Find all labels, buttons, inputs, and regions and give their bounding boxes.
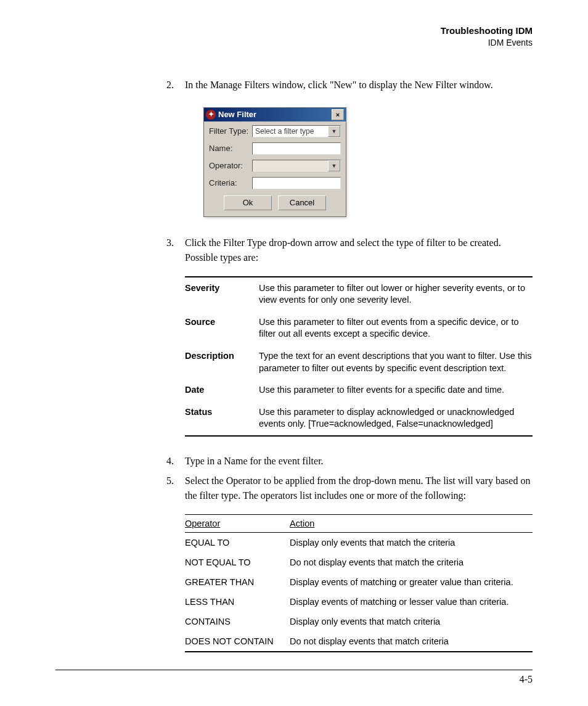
param-desc: Use this parameter to display acknowledg…	[259, 406, 533, 430]
operator-name: GREATER THAN	[185, 577, 290, 587]
filter-types-table: Severity Use this parameter to filter ou…	[185, 276, 533, 437]
param-name: Description	[185, 350, 259, 374]
header-title: Troubleshooting IDM	[55, 25, 533, 37]
criteria-label: Criteria:	[209, 178, 252, 187]
col-action: Action	[290, 519, 314, 528]
operator-row: Operator: ▼	[209, 160, 341, 172]
param-name: Source	[185, 316, 259, 340]
filter-type-select[interactable]: Select a filter type ▼	[252, 125, 341, 138]
step-text: Click the Filter Type drop-down arrow an…	[185, 236, 533, 265]
page-number: 4-5	[520, 674, 533, 684]
page-footer: 4-5	[55, 670, 533, 685]
table-row: Source Use this parameter to filter out …	[185, 311, 533, 345]
page: Troubleshooting IDM IDM Events 2. In the…	[0, 0, 588, 706]
name-row: Name:	[209, 142, 341, 155]
step-number: 2.	[166, 78, 185, 92]
dialog-titlebar: ✦ New Filter ×	[204, 108, 346, 121]
step-2: 2. In the Manage Filters window, click "…	[166, 78, 533, 92]
step-number: 3.	[166, 236, 185, 265]
table-row: NOT EQUAL TO Do not display events that …	[185, 552, 533, 572]
operators-table: Operator Action EQUAL TO Display only ev…	[185, 514, 533, 652]
header-subtitle: IDM Events	[55, 37, 533, 48]
step-text: Type in a Name for the event filter.	[185, 454, 533, 469]
step-number: 5.	[166, 474, 185, 503]
page-header: Troubleshooting IDM IDM Events	[55, 25, 533, 48]
name-label: Name:	[209, 144, 252, 153]
step-text: Select the Operator to be applied from t…	[185, 474, 533, 503]
param-name: Status	[185, 406, 259, 430]
table-header: Operator Action	[185, 515, 533, 533]
operator-name: NOT EQUAL TO	[185, 557, 290, 567]
filter-type-value: Select a filter type	[255, 127, 314, 136]
col-operator: Operator	[185, 519, 220, 528]
table-row: DOES NOT CONTAIN Do not display events t…	[185, 631, 533, 651]
cancel-button[interactable]: Cancel	[278, 195, 326, 210]
operator-action: Display events of matching or lesser val…	[290, 597, 533, 607]
operator-label: Operator:	[209, 161, 252, 170]
filter-type-label: Filter Type:	[209, 126, 252, 136]
chevron-down-icon[interactable]: ▼	[328, 160, 340, 171]
table-row: CONTAINS Display only events that match …	[185, 612, 533, 631]
operator-name: EQUAL TO	[185, 538, 290, 548]
operator-name: DOES NOT CONTAIN	[185, 636, 290, 646]
dialog-buttons: Ok Cancel	[209, 195, 341, 210]
operator-action: Do not display events that match the cri…	[290, 557, 533, 567]
table-row: GREATER THAN Display events of matching …	[185, 572, 533, 592]
table-row: Date Use this parameter to filter events…	[185, 379, 533, 401]
dialog-body: Filter Type: Select a filter type ▼ Name…	[204, 121, 346, 216]
step-number: 4.	[166, 454, 185, 469]
table-row: Status Use this parameter to display ack…	[185, 401, 533, 435]
operator-select[interactable]: ▼	[252, 160, 341, 172]
new-filter-dialog: ✦ New Filter × Filter Type: Select a fil…	[203, 107, 346, 217]
app-icon: ✦	[206, 110, 216, 120]
param-desc: Use this parameter to filter out events …	[259, 316, 533, 340]
param-desc: Use this parameter to filter events for …	[259, 384, 533, 396]
dialog-title: New Filter	[218, 110, 332, 119]
operator-action: Do not display events that match criteri…	[290, 636, 533, 646]
criteria-row: Criteria:	[209, 177, 341, 189]
dialog-screenshot: ✦ New Filter × Filter Type: Select a fil…	[203, 107, 533, 217]
name-input[interactable]	[252, 142, 341, 155]
chevron-down-icon[interactable]: ▼	[328, 126, 340, 137]
table-row: Severity Use this parameter to filter ou…	[185, 277, 533, 311]
step-5: 5. Select the Operator to be applied fro…	[166, 474, 533, 503]
param-desc: Type the text for an event descriptions …	[259, 350, 533, 374]
step-4: 4. Type in a Name for the event filter.	[166, 454, 533, 469]
operator-action: Display only events that match criteria	[290, 617, 533, 626]
step-text: In the Manage Filters window, click "New…	[185, 78, 533, 92]
ok-button[interactable]: Ok	[224, 195, 272, 210]
operator-name: LESS THAN	[185, 597, 290, 607]
param-name: Date	[185, 384, 259, 396]
filter-type-row: Filter Type: Select a filter type ▼	[209, 125, 341, 138]
table-row: EQUAL TO Display only events that match …	[185, 533, 533, 552]
table-row: Description Type the text for an event d…	[185, 345, 533, 379]
param-name: Severity	[185, 282, 259, 306]
step-3: 3. Click the Filter Type drop-down arrow…	[166, 236, 533, 265]
criteria-input[interactable]	[252, 177, 341, 189]
operator-name: CONTAINS	[185, 617, 290, 626]
operator-action: Display events of matching or greater va…	[290, 577, 533, 587]
close-icon[interactable]: ×	[332, 109, 344, 120]
operator-action: Display only events that match the crite…	[290, 538, 533, 548]
table-row: LESS THAN Display events of matching or …	[185, 592, 533, 612]
param-desc: Use this parameter to filter out lower o…	[259, 282, 533, 306]
